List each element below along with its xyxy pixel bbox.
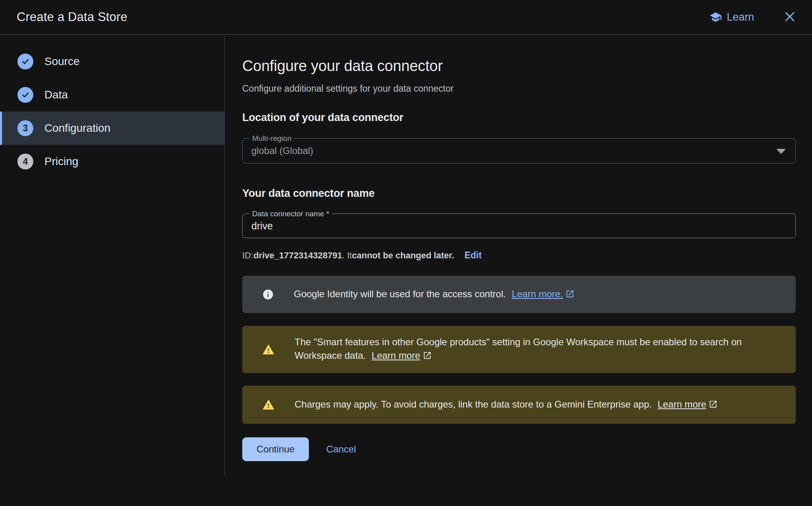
page-subtitle: Configure additional settings for your d… [242,83,796,94]
id-note: cannot be changed later. [352,250,454,261]
warning-icon [262,398,275,411]
learn-button[interactable]: Learn [709,11,754,23]
id-middle: . It [342,250,352,261]
connector-name-field: Data connector name * [242,214,796,238]
warning-icon [262,343,275,356]
cancel-button[interactable]: Cancel [326,444,356,455]
close-icon [783,10,797,25]
charges-learn-more-link[interactable]: Learn more [658,399,707,410]
main-content: Configure your data connector Configure … [225,35,812,506]
info-banner: Google Identity will be used for the acc… [242,276,796,313]
location-section-heading: Location of your data connector [242,112,796,124]
graduation-cap-icon [709,11,722,23]
create-data-store-dialog: Create a Data Store Learn Source [0,0,812,506]
step-label: Pricing [44,155,79,168]
step-number-badge: 3 [17,120,33,136]
info-text: Google Identity will be used for the acc… [294,289,506,299]
dialog-title: Create a Data Store [17,10,128,24]
multi-region-select[interactable]: Multi-region global (Global) [242,138,796,164]
step-label: Source [44,55,80,68]
continue-button[interactable]: Continue [242,437,309,461]
smart-features-warning-banner: The "Smart features in other Google prod… [242,326,796,373]
step-label: Data [44,89,68,101]
connector-name-label: Data connector name * [249,210,332,218]
step-source[interactable]: Source [0,45,224,78]
smart-features-warning-text: The "Smart features in other Google prod… [295,335,784,364]
dialog-header: Create a Data Store Learn [0,0,812,35]
dialog-body: Source Data 3 Configuration 4 Pricing [0,35,812,506]
charges-warning-banner: Charges may apply. To avoid charges, lin… [242,386,796,424]
step-label: Configuration [44,122,111,135]
learn-label: Learn [727,11,754,23]
step-configuration[interactable]: 3 Configuration [0,112,224,145]
multi-region-label: Multi-region [249,134,294,143]
step-number-badge: 4 [17,154,33,169]
name-section-heading: Your data connector name [242,187,796,200]
id-prefix: ID: [242,250,253,261]
info-icon [262,289,274,300]
connector-id-line: ID: drive_1772314328791 . It cannot be c… [242,250,796,261]
warning-text: Charges may apply. To avoid charges, lin… [295,399,652,410]
info-learn-more-link[interactable]: Learn more. [512,289,563,299]
step-data[interactable]: Data [0,78,224,112]
workspace-learn-more-link[interactable]: Learn more [372,350,420,361]
multi-region-value: global (Global) [243,139,795,163]
close-button[interactable] [782,9,798,25]
step-done-check-icon [17,87,33,103]
id-value: drive_1772314328791 [253,250,342,261]
action-buttons: Continue Cancel [242,437,796,461]
warning-text: The "Smart features in other Google prod… [295,337,742,361]
active-step-bar [0,112,2,145]
open-in-new-icon[interactable] [565,289,575,302]
charges-warning-text: Charges may apply. To avoid charges, lin… [295,398,718,412]
stepper-sidebar: Source Data 3 Configuration 4 Pricing [0,35,225,476]
edit-id-link[interactable]: Edit [464,250,481,261]
step-pricing[interactable]: 4 Pricing [0,145,224,178]
page-title: Configure your data connector [242,58,796,75]
info-banner-text: Google Identity will be used for the acc… [294,287,575,302]
dropdown-arrow-icon [776,149,786,154]
open-in-new-icon[interactable] [423,350,432,364]
step-done-check-icon [17,54,33,69]
open-in-new-icon[interactable] [709,399,718,412]
